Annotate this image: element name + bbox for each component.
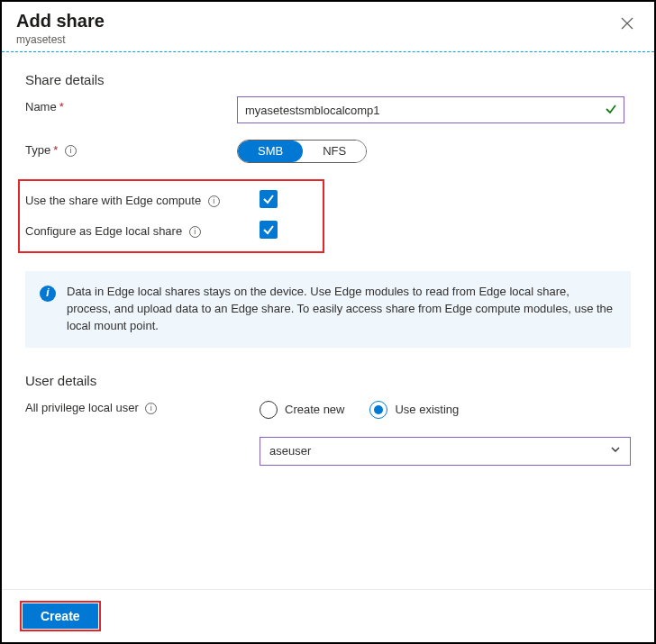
panel-title: Add share <box>16 11 105 32</box>
header-titles: Add share myasetest <box>16 11 105 46</box>
info-icon[interactable]: i <box>189 226 201 238</box>
panel-footer: Create <box>2 589 654 642</box>
close-icon[interactable] <box>615 11 640 36</box>
row-type: Type* i SMB NFS <box>25 140 631 163</box>
chevron-down-icon <box>610 444 621 458</box>
edge-local-checkbox[interactable] <box>260 221 278 239</box>
type-label: Type* i <box>25 140 237 157</box>
required-marker: * <box>59 100 64 113</box>
info-banner-text: Data in Edge local shares stays on the d… <box>67 284 616 335</box>
validation-check-icon <box>605 103 617 118</box>
name-label: Name* <box>25 96 237 113</box>
type-option-nfs[interactable]: NFS <box>303 141 366 162</box>
required-marker: * <box>53 143 58 157</box>
edge-local-label-text: Configure as Edge local share <box>25 224 182 238</box>
user-select-value: aseuser <box>269 444 311 458</box>
type-toggle: SMB NFS <box>237 140 367 163</box>
info-banner: i Data in Edge local shares stays on the… <box>25 271 631 348</box>
row-edge-local: Configure as Edge local share i <box>25 221 314 239</box>
radio-use-existing-label: Use existing <box>395 403 459 416</box>
create-button[interactable]: Create <box>23 603 98 629</box>
info-icon[interactable]: i <box>208 195 220 207</box>
edge-compute-label: Use the share with Edge compute i <box>25 190 260 207</box>
share-details-heading: Share details <box>25 72 631 87</box>
info-icon[interactable]: i <box>65 145 77 157</box>
panel-body: Share details Name* Type* i SMB NFS <box>2 52 654 493</box>
type-label-text: Type <box>25 143 50 157</box>
priv-user-label: All privilege local user i <box>25 397 260 414</box>
radio-create-new-circle <box>260 401 278 419</box>
edge-local-label: Configure as Edge local share i <box>25 221 260 238</box>
priv-user-label-text: All privilege local user <box>25 401 139 414</box>
edge-compute-label-text: Use the share with Edge compute <box>25 194 201 207</box>
panel-subtitle: myasetest <box>16 33 105 46</box>
radio-use-existing-circle <box>369 401 387 419</box>
edge-options-highlight: Use the share with Edge compute i Config… <box>18 179 324 253</box>
info-banner-icon: i <box>40 286 56 302</box>
type-option-smb[interactable]: SMB <box>238 141 303 162</box>
create-button-highlight: Create <box>20 601 101 631</box>
name-input[interactable] <box>237 96 624 123</box>
radio-create-new[interactable]: Create new <box>260 401 344 419</box>
radio-use-existing[interactable]: Use existing <box>369 401 459 419</box>
priv-user-radio-group: Create new Use existing <box>260 397 631 419</box>
user-details-heading: User details <box>25 373 631 388</box>
radio-create-new-label: Create new <box>285 403 344 416</box>
info-icon[interactable]: i <box>145 403 157 414</box>
user-select[interactable]: aseuser <box>260 437 631 466</box>
panel-header: Add share myasetest <box>2 2 654 52</box>
row-edge-compute: Use the share with Edge compute i <box>25 190 314 208</box>
row-name: Name* <box>25 96 631 123</box>
edge-compute-checkbox[interactable] <box>260 190 278 208</box>
row-priv-user: All privilege local user i Create new Us… <box>25 397 631 466</box>
name-label-text: Name <box>25 100 57 113</box>
